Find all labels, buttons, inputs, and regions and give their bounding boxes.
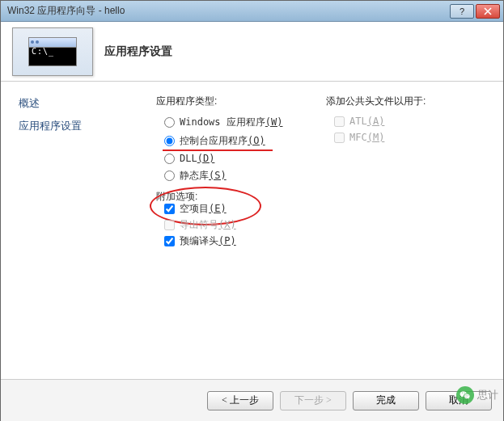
sidebar-item-app-settings[interactable]: 应用程序设置: [19, 119, 151, 133]
page-title: 应用程序设置: [104, 44, 172, 59]
checkbox-input[interactable]: [164, 236, 175, 246]
radio-dll[interactable]: DLL(D): [164, 153, 326, 164]
common-headers-label: 添加公共头文件以用于:: [326, 95, 426, 108]
close-button[interactable]: [476, 4, 500, 19]
next-button: 下一步 >: [280, 391, 346, 410]
help-button[interactable]: [450, 4, 474, 19]
radio-windows-app[interactable]: Windows 应用程序(W): [164, 116, 326, 129]
finish-button[interactable]: 完成: [353, 391, 419, 410]
check-empty-project[interactable]: 空项目(E): [164, 202, 326, 216]
left-column: 应用程序类型: Windows 应用程序(W) 控制台应用程序(O) DLL(D…: [156, 95, 326, 379]
footer: < 上一步 下一步 > 完成 取消: [1, 379, 503, 421]
checkbox-input: [164, 220, 175, 230]
prev-button[interactable]: < 上一步: [207, 391, 273, 410]
wechat-icon: [456, 386, 474, 404]
titlebar: Win32 应用程序向导 - hello: [1, 1, 503, 22]
checkbox-input[interactable]: [164, 204, 175, 214]
radio-input[interactable]: [164, 136, 175, 146]
checkbox-input: [334, 116, 345, 127]
check-atl: ATL(A): [334, 116, 426, 127]
right-column: 添加公共头文件以用于: ATL(A) MFC(M): [326, 95, 426, 379]
main-content: 应用程序类型: Windows 应用程序(W) 控制台应用程序(O) DLL(D…: [151, 82, 503, 379]
sidebar-item-overview[interactable]: 概述: [19, 96, 151, 111]
app-type-label: 应用程序类型:: [156, 95, 326, 108]
check-mfc: MFC(M): [334, 132, 426, 143]
check-export-symbols: 导出符号(X): [164, 218, 326, 232]
radio-input[interactable]: [164, 154, 175, 164]
wizard-window: Win32 应用程序向导 - hello C:\_ 应用程序设置 概述 应用程序…: [0, 0, 504, 421]
watermark-text: 思计: [477, 388, 498, 402]
content-area: 概述 应用程序设置 应用程序类型: Windows 应用程序(W) 控制台应用程…: [1, 82, 503, 379]
radio-static-lib[interactable]: 静态库(S): [164, 169, 326, 183]
header-banner: C:\_ 应用程序设置: [1, 22, 503, 82]
extra-options-group: 附加选项: 空项目(E) 导出符号(X) 预编译头(P): [156, 193, 326, 250]
check-precompiled-header[interactable]: 预编译头(P): [164, 234, 326, 248]
annotation-underline: [163, 149, 273, 151]
console-icon: C:\_: [28, 37, 77, 66]
radio-input[interactable]: [164, 171, 175, 181]
header-thumbnail: C:\_: [12, 27, 93, 76]
radio-input[interactable]: [164, 117, 175, 128]
watermark: 思计: [456, 386, 498, 404]
console-prompt: C:\_: [29, 46, 76, 65]
checkbox-input: [334, 133, 345, 143]
radio-console-app[interactable]: 控制台应用程序(O): [164, 134, 326, 148]
sidebar: 概述 应用程序设置: [1, 82, 151, 379]
window-title: Win32 应用程序向导 - hello: [4, 4, 448, 18]
close-icon: [484, 7, 492, 15]
